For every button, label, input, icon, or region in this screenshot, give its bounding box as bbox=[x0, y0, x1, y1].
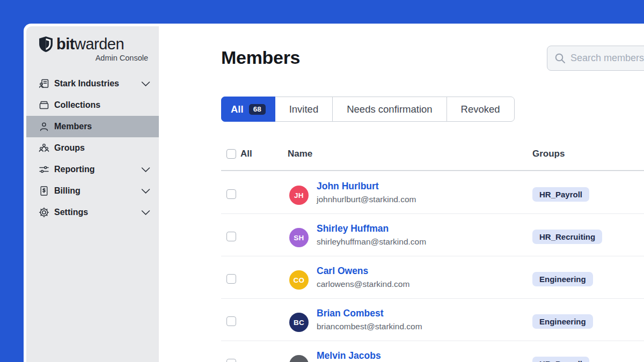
organization-icon bbox=[39, 78, 49, 89]
sidebar-item-collections[interactable]: Collections bbox=[26, 94, 159, 116]
billing-icon bbox=[39, 186, 49, 196]
tab-count-badge: 68 bbox=[249, 104, 266, 115]
member-name-link[interactable]: Melvin Jacobs bbox=[317, 350, 381, 361]
brand-wordmark: bitwarden bbox=[56, 35, 124, 53]
row-checkbox[interactable] bbox=[226, 232, 236, 241]
column-header-name: Name bbox=[288, 149, 312, 159]
settings-icon bbox=[39, 207, 49, 218]
sidebar-nav: Stark IndustriesCollectionsMembersGroups… bbox=[26, 73, 159, 223]
group-badge: Engineering bbox=[532, 272, 593, 286]
chevron-down-icon bbox=[141, 167, 150, 173]
sidebar: bitwarden Admin Console Stark Industries… bbox=[26, 26, 159, 362]
row-checkbox[interactable] bbox=[226, 189, 236, 199]
sidebar-item-reporting[interactable]: Reporting bbox=[26, 159, 159, 180]
avatar: CO bbox=[289, 270, 309, 290]
chevron-down-icon bbox=[141, 188, 150, 194]
row-checkbox[interactable] bbox=[226, 359, 236, 362]
admin-console-screen: { "colors": { "frame_blue": "#2457d3", "… bbox=[0, 0, 644, 362]
search-box[interactable] bbox=[547, 46, 644, 71]
chevron-down-icon bbox=[141, 81, 150, 87]
tab-invited[interactable]: Invited bbox=[275, 97, 333, 122]
collections-icon bbox=[39, 100, 49, 110]
member-email: johnhurlburt@starkind.com bbox=[317, 195, 416, 204]
table-header: All Name Groups bbox=[221, 147, 644, 170]
tab-all[interactable]: All68 bbox=[221, 97, 275, 122]
select-all-checkbox[interactable] bbox=[226, 149, 236, 159]
sidebar-item-stark-industries[interactable]: Stark Industries bbox=[26, 73, 159, 94]
member-email: carlowens@starkind.com bbox=[317, 279, 409, 289]
tab-label: Needs confirmation bbox=[347, 104, 432, 115]
main-content: Members All68InvitedNeeds confirmationRe… bbox=[159, 24, 644, 362]
member-name-link[interactable]: Shirley Huffman bbox=[317, 223, 389, 234]
members-table: JHJohn Hurlburtjohnhurlburt@starkind.com… bbox=[221, 172, 644, 362]
member-name-link[interactable]: Carl Owens bbox=[317, 265, 368, 277]
sidebar-item-label: Collections bbox=[54, 100, 100, 110]
app-window: bitwarden Admin Console Stark Industries… bbox=[24, 24, 644, 362]
table-row: SHShirley Huffmanshirleyhuffman@starkind… bbox=[221, 214, 644, 256]
member-email: briancombest@starkind.com bbox=[317, 322, 422, 331]
sidebar-item-members[interactable]: Members bbox=[26, 116, 159, 137]
table-row: BCBrian Combestbriancombest@starkind.com… bbox=[221, 299, 644, 341]
admin-console-label: Admin Console bbox=[39, 54, 148, 62]
row-checkbox[interactable] bbox=[226, 316, 236, 326]
chevron-down-icon bbox=[141, 210, 150, 216]
reporting-icon bbox=[39, 164, 49, 175]
sidebar-item-label: Settings bbox=[54, 208, 88, 217]
sidebar-item-label: Stark Industries bbox=[54, 79, 119, 88]
tab-label: Invited bbox=[289, 104, 319, 115]
avatar: BC bbox=[289, 313, 309, 332]
sidebar-item-billing[interactable]: Billing bbox=[26, 180, 159, 202]
tab-label: Revoked bbox=[461, 104, 500, 115]
sidebar-item-label: Reporting bbox=[54, 165, 95, 174]
avatar: JH bbox=[289, 186, 309, 205]
group-badge: Engineering bbox=[532, 314, 593, 329]
table-row: COCarl Owenscarlowens@starkind.comEngine… bbox=[221, 256, 644, 299]
group-badge: HR_Recruiting bbox=[532, 230, 602, 244]
table-row: JHJohn Hurlburtjohnhurlburt@starkind.com… bbox=[221, 172, 644, 214]
member-email: shirleyhuffman@starkind.com bbox=[317, 237, 426, 247]
page-title: Members bbox=[221, 47, 300, 68]
tab-revoked[interactable]: Revoked bbox=[447, 97, 515, 122]
sidebar-item-label: Members bbox=[54, 122, 92, 131]
avatar: SH bbox=[289, 228, 309, 247]
sidebar-item-label: Billing bbox=[54, 186, 80, 196]
tab-needs-confirmation[interactable]: Needs confirmation bbox=[332, 97, 447, 122]
member-icon bbox=[39, 121, 49, 132]
tab-label: All bbox=[231, 104, 244, 115]
table-row: MJMelvin JacobsHR_Payroll bbox=[221, 341, 644, 362]
column-header-groups: Groups bbox=[532, 149, 565, 159]
member-name-link[interactable]: John Hurlburt bbox=[317, 181, 379, 192]
status-tabs: All68InvitedNeeds confirmationRevoked bbox=[221, 97, 515, 122]
sidebar-item-label: Groups bbox=[54, 143, 85, 153]
bitwarden-logo: bitwarden Admin Console bbox=[26, 26, 159, 70]
avatar: MJ bbox=[289, 355, 309, 362]
select-all-label: All bbox=[240, 149, 252, 159]
group-badge: HR_Payroll bbox=[532, 357, 589, 362]
groups-icon bbox=[39, 143, 49, 153]
table-header-divider bbox=[221, 170, 644, 171]
search-icon bbox=[554, 53, 566, 64]
sidebar-item-groups[interactable]: Groups bbox=[26, 137, 159, 159]
row-checkbox[interactable] bbox=[226, 274, 236, 284]
search-input[interactable] bbox=[570, 53, 644, 64]
bitwarden-shield-icon bbox=[39, 36, 53, 52]
group-badge: HR_Payroll bbox=[532, 187, 589, 202]
member-name-link[interactable]: Brian Combest bbox=[317, 308, 383, 319]
sidebar-item-settings[interactable]: Settings bbox=[26, 202, 159, 223]
